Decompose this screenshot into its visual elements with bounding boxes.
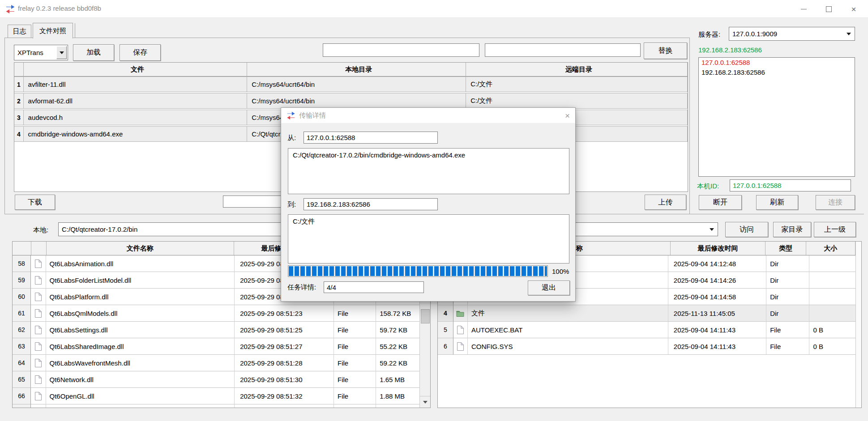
- column-header[interactable]: 远端目录: [466, 63, 688, 76]
- home-dir-button[interactable]: 家目录: [773, 222, 811, 237]
- file-icon: [31, 305, 46, 322]
- chevron-down-icon[interactable]: [847, 33, 851, 38]
- cell-remote-dir: C:/文件: [466, 77, 688, 92]
- row-number: [13, 404, 31, 408]
- up-level-button[interactable]: 上一级: [814, 222, 856, 237]
- cell-file-name: AUTOEXEC.BAT: [468, 322, 668, 338]
- profile-select[interactable]: XPTrans: [14, 45, 68, 60]
- local-path-label: 本地:: [33, 226, 48, 234]
- task-details-label: 任务详情:: [287, 283, 316, 292]
- to-input[interactable]: [304, 198, 438, 210]
- column-header[interactable]: 最后修改时间: [671, 242, 766, 255]
- cell-modified-time: 2025-09-29 08:51:27: [235, 338, 334, 355]
- cell-size: 0 B: [809, 322, 861, 338]
- table-row[interactable]: 6CONFIG.SYS2025-09-04 14:11:43File0 B: [438, 338, 861, 355]
- upload-button[interactable]: 上传: [645, 195, 686, 210]
- table-row[interactable]: 1avfilter-11.dllC:/msys64/ucrt64/binC:/文…: [14, 77, 688, 92]
- column-header[interactable]: [14, 63, 24, 76]
- cell-size: 0 B: [809, 338, 861, 355]
- refresh-button[interactable]: 刷新: [756, 195, 798, 210]
- replace-button[interactable]: 替换: [644, 43, 687, 59]
- cell-file-name: Qt6OpenGL.dll: [46, 388, 235, 404]
- app-logo-icon: [286, 111, 296, 120]
- exit-button[interactable]: 退出: [528, 281, 570, 295]
- server-label: 服务器:: [698, 30, 720, 39]
- chevron-down-icon[interactable]: [56, 46, 67, 59]
- row-number: 66: [13, 388, 31, 404]
- tab-file-compare[interactable]: 文件对照: [33, 23, 73, 38]
- dialog-close-icon[interactable]: ×: [565, 111, 570, 121]
- cell-modified-time: 2025-09-04 14:11:43: [668, 338, 766, 355]
- maximize-button[interactable]: [816, 0, 841, 18]
- column-header[interactable]: 大小: [806, 242, 855, 255]
- cell-type: Dir: [766, 305, 809, 322]
- file-icon: [31, 255, 46, 272]
- cell-file-name: Qt6LabsAnimation.dll: [46, 255, 235, 272]
- minimize-button[interactable]: [791, 0, 816, 18]
- cell-file: audevcod.h: [24, 110, 248, 125]
- cell-file-name: Qt6Network.dll: [46, 371, 235, 388]
- remote-table-scrollbar[interactable]: [855, 242, 862, 408]
- table-row[interactable]: 65Qt6Network.dll2025-09-29 08:51:30File1…: [13, 371, 430, 388]
- scrollbar-thumb[interactable]: [421, 309, 430, 323]
- from-path-textarea[interactable]: C:/Qt/qtcreator-17.0.2/bin/cmdbridge-win…: [288, 148, 569, 194]
- connect-button[interactable]: 连接: [816, 195, 855, 210]
- table-row[interactable]: 61Qt6LabsQmlModels.dll2025-09-29 08:51:2…: [13, 305, 430, 322]
- search-input[interactable]: [323, 43, 479, 57]
- cell-modified-time: 2025-11-13 11:45:05: [668, 305, 766, 322]
- cell-type: Dir: [766, 272, 809, 289]
- column-header[interactable]: 文件名称: [47, 242, 234, 255]
- to-path-textarea[interactable]: C:/文件: [288, 214, 569, 264]
- chevron-down-icon[interactable]: [710, 228, 714, 233]
- file-icon: [31, 289, 46, 305]
- peer-item[interactable]: 127.0.0.1:62588: [699, 58, 855, 68]
- load-button[interactable]: 加载: [73, 44, 114, 61]
- task-details-input[interactable]: [324, 281, 424, 293]
- file-icon: [453, 338, 468, 355]
- column-header[interactable]: 类型: [765, 242, 806, 255]
- column-header[interactable]: [13, 242, 31, 255]
- peer-list[interactable]: 127.0.0.1:62588192.168.2.183:62586: [698, 57, 855, 177]
- table-row[interactable]: 4文件2025-11-13 11:45:05Dir: [438, 305, 861, 322]
- save-button[interactable]: 保存: [120, 44, 161, 61]
- table-row[interactable]: 62Qt6LabsSettings.dll2025-09-29 08:51:25…: [13, 322, 430, 338]
- transfer-progress-bar: [288, 265, 548, 277]
- column-header[interactable]: 本地目录: [247, 63, 466, 76]
- table-row[interactable]: 64Qt6LabsWavefrontMesh.dll2025-09-29 08:…: [13, 355, 430, 371]
- cell-type: File: [334, 388, 376, 404]
- disconnect-button[interactable]: 断开: [699, 195, 742, 210]
- cell-type: File: [334, 322, 376, 338]
- visit-button[interactable]: 访问: [725, 222, 768, 237]
- cell-modified-time: 2025-09-29 08:51:32: [235, 388, 334, 404]
- cell-modified-time: 2025-09-29 08:51:28: [235, 355, 334, 371]
- close-button[interactable]: ×: [841, 0, 866, 18]
- cell-type: File: [334, 305, 376, 322]
- table-row[interactable]: 66Qt6OpenGL.dll2025-09-29 08:51:32File1.…: [13, 388, 430, 404]
- row-number: 60: [13, 289, 31, 305]
- row-number: 62: [13, 322, 31, 338]
- table-row[interactable]: 63Qt6LabsSharedImage.dll2025-09-29 08:51…: [13, 338, 430, 355]
- peer-item[interactable]: 192.168.2.183:62586: [699, 68, 855, 77]
- column-header[interactable]: 文件: [24, 63, 248, 76]
- window-titlebar: frelay 0.2.3 release bbd0f8b ×: [0, 0, 868, 18]
- table-row[interactable]: [13, 404, 430, 408]
- app-logo-icon: [5, 4, 16, 14]
- download-button[interactable]: 下载: [15, 195, 55, 210]
- table-row[interactable]: 2avformat-62.dllC:/msys64/ucrt64/binC:/文…: [14, 93, 688, 109]
- row-number: 3: [14, 110, 24, 125]
- server-select[interactable]: 127.0.0.1:9009: [729, 27, 855, 41]
- dialog-titlebar: 传输详情 ×: [281, 108, 575, 123]
- row-number: 4: [438, 305, 453, 322]
- tab-log[interactable]: 日志: [8, 25, 31, 38]
- column-header[interactable]: [31, 242, 47, 255]
- cell-file: avfilter-11.dll: [24, 77, 248, 92]
- scroll-down-icon[interactable]: [420, 396, 431, 408]
- local-id-input[interactable]: [730, 179, 851, 191]
- file-icon: [453, 322, 468, 338]
- from-input[interactable]: [304, 132, 438, 144]
- table-row[interactable]: 5AUTOEXEC.BAT2025-09-04 14:11:43File0 B: [438, 322, 861, 338]
- row-number: 59: [13, 272, 31, 289]
- progress-percent: 100%: [552, 268, 569, 275]
- replace-input[interactable]: [485, 43, 641, 57]
- cell-remote-dir: C:/文件: [466, 93, 688, 109]
